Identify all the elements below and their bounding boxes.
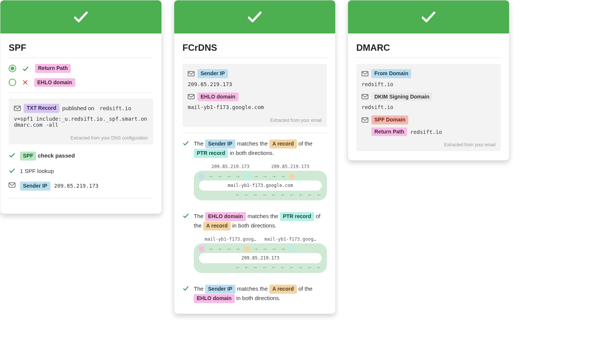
arrow-left-icon: ←: [316, 192, 322, 197]
fcrdns-card: FCrDNS Sender IP 209.85.219.173 EHLO dom…: [174, 0, 336, 314]
radio-unselected-icon: [9, 79, 16, 86]
divider: [356, 58, 501, 58]
a-record-tag: A record: [203, 221, 231, 231]
spf-option-ehlo[interactable]: EHLO domain: [9, 78, 153, 87]
text: in both directions.: [235, 295, 281, 301]
lookup-text: 1 SPF lookup: [20, 167, 54, 175]
card-header: [348, 0, 509, 33]
ptr-record-tag: PTR record: [280, 212, 314, 221]
dmarc-email-box: From Domain redsift.io DKIM Signing Doma…: [356, 64, 501, 151]
from-domain-value: redsift.io: [362, 81, 496, 87]
sender-ip-tag: Sender IP: [20, 182, 50, 191]
mail-icon: [188, 71, 195, 76]
check-icon: [182, 140, 189, 147]
txt-record-box: TXT Record published on redsift.io v=spf…: [9, 99, 153, 144]
text: The: [194, 213, 205, 219]
svg-rect-4: [188, 71, 195, 76]
svg-rect-7: [362, 94, 368, 99]
fcr-email-box: Sender IP 209.85.219.173 EHLO domain mai…: [182, 64, 327, 127]
footnote: Extracted from your email: [188, 115, 322, 124]
mail-icon: [14, 106, 21, 111]
text: The: [194, 285, 205, 292]
x-icon: [22, 79, 28, 85]
check-icon: [182, 212, 189, 219]
rt-center-value: 209.85.219.173: [199, 253, 322, 263]
text: matches the: [236, 140, 269, 147]
rt-label-left: 209.85.219.173: [201, 163, 260, 170]
text: in both directions.: [231, 222, 277, 229]
check-icon: [72, 8, 90, 26]
ptr-record-tag: PTR record: [194, 149, 228, 158]
ehlo-tag: EHLO domain: [194, 294, 235, 303]
published-on-domain: redsift.io: [97, 105, 134, 112]
card-title: DMARC: [356, 42, 501, 53]
check-icon: [420, 8, 437, 26]
txt-record-tag: TXT Record: [24, 104, 59, 113]
mail-icon: [362, 117, 368, 123]
card-title: FCrDNS: [182, 42, 327, 53]
ehlo-value: mail-yb1-f173.google.com: [188, 104, 322, 110]
svg-rect-2: [14, 106, 21, 111]
chip: [244, 174, 249, 179]
chip: [289, 174, 295, 179]
sender-ip-value: 209.85.219.173: [188, 81, 322, 87]
return-path-tag: Return Path: [35, 64, 71, 73]
mail-icon: [188, 94, 195, 99]
svg-rect-5: [188, 94, 195, 99]
fcr-result-1: The Sender IP matches the A record of th…: [182, 139, 327, 202]
check-icon: [9, 152, 15, 159]
rt-center-value: mail-yb1-f173.google.com: [199, 180, 322, 191]
spf-lookup-row: 1 SPF lookup: [9, 167, 153, 175]
spf-tag: SPF: [20, 152, 36, 161]
mail-icon: [362, 94, 368, 99]
fcr-result-3: The Sender IP matches the A record of th…: [182, 284, 327, 303]
check-icon: [9, 167, 15, 174]
check-icon: [182, 285, 189, 292]
rt-label-right: 209.85.219.173: [260, 163, 320, 170]
svg-rect-8: [362, 118, 368, 122]
return-path-tag: Return Path: [371, 127, 407, 136]
round-trip-diagram: 209.85.219.173 209.85.219.173 →→→→ →→→→: [194, 163, 327, 200]
radio-selected-icon: [9, 65, 16, 72]
text: matches the: [236, 285, 269, 292]
card-title: SPF: [9, 42, 153, 53]
ehlo-tag: EHLO domain: [205, 212, 246, 221]
spf-sender-ip-row: Sender IP 209.85.219.173: [9, 181, 153, 191]
mail-icon: [362, 71, 368, 76]
text: The: [194, 140, 205, 147]
text: of the: [297, 140, 313, 147]
sender-ip-value: 209.85.219.173: [54, 183, 99, 189]
sender-ip-tag: Sender IP: [205, 140, 236, 149]
a-record-tag: A record: [269, 140, 297, 149]
divider: [9, 92, 153, 93]
divider: [182, 133, 327, 133]
svg-rect-3: [9, 183, 15, 187]
sender-ip-tag: Sender IP: [205, 285, 236, 294]
card-header: [174, 0, 335, 33]
ehlo-tag: EHLO domain: [34, 78, 75, 87]
svg-rect-6: [362, 71, 368, 76]
from-domain-tag: From Domain: [371, 69, 411, 78]
spf-check-passed-row: SPF check passed: [9, 151, 153, 161]
text: in both directions.: [228, 150, 274, 156]
check-passed-text: check passed: [36, 152, 75, 159]
txt-record-value: v=spf1 include:_u.redsift.io._spf.smart.…: [14, 116, 148, 128]
a-record-tag: A record: [269, 285, 297, 294]
mail-icon: [9, 182, 15, 188]
divider: [182, 58, 327, 58]
spf-card: SPF Return Path EHLO domain TXT Record: [0, 0, 162, 214]
spf-domain-tag: SPF Domain: [371, 115, 408, 124]
published-on-text: published on: [62, 105, 94, 111]
round-trip-diagram: mail-yb1-f173.goog… mail-yb1-f173.goog… …: [194, 236, 327, 273]
rt-label-right: mail-yb1-f173.goog…: [260, 236, 320, 243]
text: matches the: [246, 213, 280, 219]
dmarc-card: DMARC From Domain redsift.io DKIM Signin…: [348, 0, 509, 161]
text: of the: [297, 285, 313, 292]
arrow-right-icon: →: [208, 174, 213, 179]
footnote: Extracted from your email: [362, 140, 496, 149]
check-icon: [22, 65, 29, 72]
divider: [9, 58, 153, 58]
chip: [199, 174, 204, 179]
divider: [9, 198, 153, 199]
spf-option-return-path[interactable]: Return Path: [9, 64, 153, 73]
